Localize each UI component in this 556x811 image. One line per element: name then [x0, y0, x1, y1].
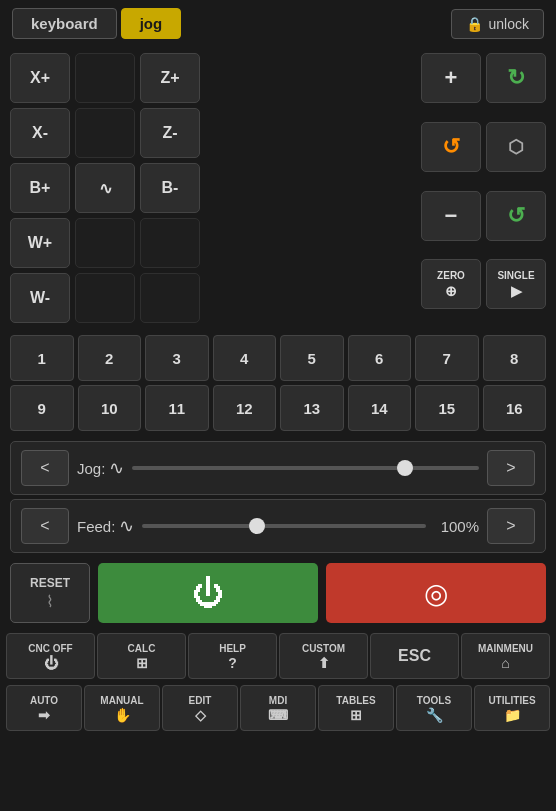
num-btn-4[interactable]: 4 — [213, 335, 277, 381]
btn-b-minus[interactable]: B- — [140, 163, 200, 213]
btn-empty-5 — [75, 273, 135, 323]
cncoff-icon: ⏻ — [44, 656, 58, 670]
feed-value: 100% — [434, 518, 479, 535]
menu-edit[interactable]: EDIT ◇ — [162, 685, 238, 731]
utilities-label: UTILITIES — [488, 695, 535, 706]
num-btn-11[interactable]: 11 — [145, 385, 209, 431]
btn-x-minus[interactable]: X- — [10, 108, 70, 158]
num-btn-13[interactable]: 13 — [280, 385, 344, 431]
num-btn-16[interactable]: 16 — [483, 385, 547, 431]
btn-zero[interactable]: ZERO ⊕ — [421, 259, 481, 309]
reset-icon: ⌇ — [46, 592, 54, 611]
btn-minus[interactable]: − — [421, 191, 481, 241]
edit-label: EDIT — [189, 695, 212, 706]
menu-cncoff[interactable]: CNC OFF ⏻ — [6, 633, 95, 679]
tab-keyboard[interactable]: keyboard — [12, 8, 117, 39]
btn-undo[interactable]: ↺ — [486, 191, 546, 241]
btn-w-plus[interactable]: W+ — [10, 218, 70, 268]
num-btn-12[interactable]: 12 — [213, 385, 277, 431]
auto-label: AUTO — [30, 695, 58, 706]
jog-slider-container[interactable] — [132, 466, 479, 470]
btn-empty-2 — [75, 108, 135, 158]
zero-icon: ⊕ — [445, 283, 457, 299]
menu-utilities[interactable]: UTILITIES 📁 — [474, 685, 550, 731]
jog-area: X+ Z+ X- Z- B+ ∿ B- W+ W- + ↻ ↺ ⬡ − ↺ ZE… — [0, 47, 556, 329]
num-btn-7[interactable]: 7 — [415, 335, 479, 381]
reset-button[interactable]: RESET ⌇ — [10, 563, 90, 623]
menu-auto[interactable]: AUTO ➡ — [6, 685, 82, 731]
start-icon: ⏻ — [192, 575, 224, 612]
feed-slider-container[interactable] — [142, 524, 426, 528]
jog-slider-row: < Jog: ∿ > — [10, 441, 546, 495]
btn-empty-3 — [75, 218, 135, 268]
jog-slider-input[interactable] — [132, 466, 479, 470]
num-btn-10[interactable]: 10 — [78, 385, 142, 431]
menu-help[interactable]: HELP ? — [188, 633, 277, 679]
feed-label: Feed: ∿ — [77, 515, 134, 537]
jog-prev-button[interactable]: < — [21, 450, 69, 486]
calc-label: CALC — [128, 643, 156, 654]
btn-w-minus[interactable]: W- — [10, 273, 70, 323]
feed-next-button[interactable]: > — [487, 508, 535, 544]
btn-plus[interactable]: + — [421, 53, 481, 103]
feed-prev-button[interactable]: < — [21, 508, 69, 544]
auto-icon: ➡ — [38, 708, 50, 722]
btn-rotate-cw[interactable]: ↻ — [486, 53, 546, 103]
jog-right-grid: + ↻ ↺ ⬡ − ↺ ZERO ⊕ SINGLE ▶ — [421, 53, 546, 323]
feed-slider-row: < Feed: ∿ 100% > — [10, 499, 546, 553]
esc-label: ESC — [398, 647, 431, 665]
utilities-icon: 📁 — [504, 708, 521, 722]
menu-tools[interactable]: TOOLS 🔧 — [396, 685, 472, 731]
num-btn-5[interactable]: 5 — [280, 335, 344, 381]
stop-button[interactable]: ◎ — [326, 563, 546, 623]
manual-icon: ✋ — [114, 708, 131, 722]
tables-label: TABLES — [336, 695, 375, 706]
start-button[interactable]: ⏻ — [98, 563, 318, 623]
btn-z-plus[interactable]: Z+ — [140, 53, 200, 103]
num-btn-6[interactable]: 6 — [348, 335, 412, 381]
help-label: HELP — [219, 643, 246, 654]
btn-wave[interactable]: ∿ — [75, 163, 135, 213]
feed-wave-icon: ∿ — [119, 515, 134, 537]
menu-calc[interactable]: CALC ⊞ — [97, 633, 186, 679]
menu-tables[interactable]: TABLES ⊞ — [318, 685, 394, 731]
btn-x-plus[interactable]: X+ — [10, 53, 70, 103]
btn-hex[interactable]: ⬡ — [486, 122, 546, 172]
menu-manual[interactable]: MANUAL ✋ — [84, 685, 160, 731]
btn-rotate-ccw[interactable]: ↺ — [421, 122, 481, 172]
btn-single[interactable]: SINGLE ▶ — [486, 259, 546, 309]
mdi-icon: ⌨ — [268, 708, 288, 722]
custom-icon: ⬆ — [318, 656, 330, 670]
stop-icon: ◎ — [424, 577, 448, 610]
manual-label: MANUAL — [100, 695, 143, 706]
custom-label: CUSTOM — [302, 643, 345, 654]
unlock-button[interactable]: 🔒 unlock — [451, 9, 544, 39]
feed-slider-input[interactable] — [142, 524, 426, 528]
num-btn-8[interactable]: 8 — [483, 335, 547, 381]
menu-mainmenu[interactable]: MAINMENU ⌂ — [461, 633, 550, 679]
menu-mdi[interactable]: MDI ⌨ — [240, 685, 316, 731]
btn-empty-4 — [140, 218, 200, 268]
num-btn-3[interactable]: 3 — [145, 335, 209, 381]
menu-esc[interactable]: ESC — [370, 633, 459, 679]
jog-next-button[interactable]: > — [487, 450, 535, 486]
top-nav: keyboard jog 🔒 unlock — [0, 0, 556, 47]
lock-icon: 🔒 — [466, 16, 483, 32]
mdi-label: MDI — [269, 695, 287, 706]
btn-z-minus[interactable]: Z- — [140, 108, 200, 158]
btn-empty-1 — [75, 53, 135, 103]
num-btn-15[interactable]: 15 — [415, 385, 479, 431]
menu-custom[interactable]: CUSTOM ⬆ — [279, 633, 368, 679]
jog-left-grid: X+ Z+ X- Z- B+ ∿ B- W+ W- — [10, 53, 200, 323]
reset-label: RESET — [30, 576, 70, 590]
num-btn-1[interactable]: 1 — [10, 335, 74, 381]
num-btn-14[interactable]: 14 — [348, 385, 412, 431]
tab-jog[interactable]: jog — [121, 8, 182, 39]
tools-icon: 🔧 — [426, 708, 443, 722]
num-btn-9[interactable]: 9 — [10, 385, 74, 431]
tab-group: keyboard jog — [12, 8, 181, 39]
btn-b-plus[interactable]: B+ — [10, 163, 70, 213]
tools-label: TOOLS — [417, 695, 451, 706]
num-btn-2[interactable]: 2 — [78, 335, 142, 381]
tables-icon: ⊞ — [350, 708, 362, 722]
